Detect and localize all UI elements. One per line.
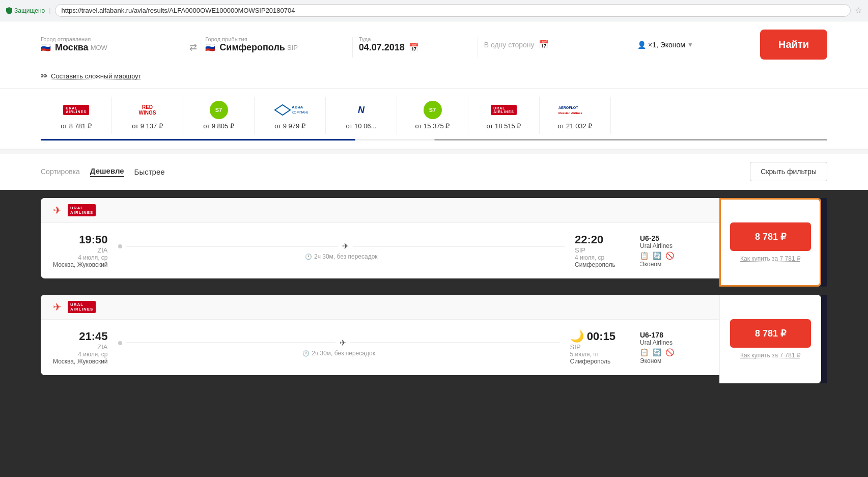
to-city[interactable]: Симферополь [219, 42, 285, 53]
airline-card-ural-1[interactable]: URALAIRLINES от 8 781 ₽ [41, 97, 112, 134]
arr-date-1: 4 июля, ср [575, 254, 615, 261]
arr-time-2: 🌙 00:15 [570, 330, 615, 343]
sidebar-indicator-1 [821, 198, 827, 287]
secure-badge: Защищено [6, 7, 45, 14]
swap-icon[interactable]: ⇄ [181, 42, 205, 53]
airline-card-redwings[interactable]: REDWINGS от 9 137 ₽ [112, 97, 183, 134]
arr-city-2: Симферополь [570, 358, 615, 365]
dep-date-2: 4 июля, ср [53, 351, 108, 358]
route-plane-icon-1: ✈ [342, 241, 349, 251]
flight-icons-2: 📋 🔄 🚫 [640, 348, 707, 356]
flight-card-1-body: 19:50 ZIA 4 июля, ср Москва, Жуковский ✈ [41, 223, 719, 278]
passengers-icon: 👤 [637, 41, 646, 49]
buy-cheaper-2[interactable]: Как купить за 7 781 ₽ [740, 352, 801, 359]
flight-card-1: ✈ URALAIRLINES 19:50 ZIA 4 июля, ср Моск… [41, 198, 827, 287]
dep-dot-1 [118, 244, 122, 248]
arr-city-1: Симферополь [575, 261, 615, 268]
arr-time-1: 22:20 [575, 233, 615, 246]
field-sep-3 [631, 37, 631, 58]
to-code: SIP [287, 44, 298, 51]
flight-info-2: 21:45 ZIA 4 июля, ср Москва, Жуковский ✈ [41, 320, 628, 375]
airline-name-2: Ural Airlines [640, 339, 707, 346]
flight-card-2-body: 21:45 ZIA 4 июля, ср Москва, Жуковский ✈ [41, 320, 719, 375]
passengers-field: 👤 ×1, Эконом ▼ [637, 41, 750, 49]
route-line-bar-3 [126, 343, 336, 343]
scroll-indicator [41, 139, 827, 141]
route-plane-icon-2: ✈ [340, 338, 346, 348]
flight-card-2-header: ✈ URALAIRLINES [41, 295, 719, 320]
svg-marker-0 [275, 105, 290, 115]
date-label: Туда [359, 36, 471, 42]
airline-logo-alrosa: АВиА КОМПАНИЯ [272, 101, 308, 119]
flight-card-1-header: ✈ URALAIRLINES [41, 198, 719, 223]
price-section-1: 8 781 ₽ Как купить за 7 781 ₽ [719, 198, 821, 287]
airlines-carousel: URALAIRLINES от 8 781 ₽ REDWINGS от 9 13… [0, 89, 868, 150]
airline-card-s7-2[interactable]: S7 от 15 375 ₽ [397, 97, 468, 134]
left-sidebar [0, 198, 41, 391]
complex-route-link[interactable]: Составить сложный маршрут [41, 72, 827, 80]
clock-icon-1: 🕐 [305, 254, 312, 260]
return-calendar-icon[interactable]: 📅 [539, 40, 549, 49]
no-transfer-icon-1: 🚫 [665, 251, 674, 260]
airline-logo-aeroflot: AEROFLOT Russian Airlines [557, 101, 593, 119]
hide-filters-button[interactable]: Скрыть фильтры [750, 162, 827, 181]
dep-airport-1: ZIA [53, 246, 108, 254]
airline-logo-ural-2: URALAIRLINES [491, 101, 517, 119]
airline-card-alrosa[interactable]: АВиА КОМПАНИЯ от 9 979 ₽ [255, 97, 326, 134]
airline-logo-nordavia: N [358, 101, 365, 119]
flight-num-2: U6-178 [640, 331, 707, 339]
airline-price-2: от 9 137 ₽ [132, 122, 163, 130]
find-button[interactable]: Найти [760, 30, 827, 60]
price-button-2[interactable]: 8 781 ₽ [730, 319, 811, 348]
airline-card-s7-1[interactable]: S7 от 9 805 ₽ [183, 97, 255, 134]
svg-text:Russian Airlines: Russian Airlines [558, 111, 582, 115]
svg-text:КОМПАНИЯ: КОМПАНИЯ [292, 110, 308, 114]
dep-city-2: Москва, Жуковский [53, 358, 108, 365]
route-line-1: ✈ [118, 241, 565, 251]
to-field: Город прибытия 🇷🇺 Симферополь SIP [205, 36, 346, 53]
calendar-icon[interactable]: 📅 [409, 43, 419, 52]
airline-price-8: от 21 032 ₽ [558, 122, 593, 130]
clock-icon-2: 🕐 [302, 350, 310, 357]
passengers-value[interactable]: 👤 ×1, Эконом ▼ [637, 41, 750, 49]
moon-icon-2: 🌙 [570, 330, 584, 343]
refresh-icon-2: 🔄 [653, 348, 661, 356]
airline-price-3: от 9 805 ₽ [203, 122, 234, 130]
browser-bar: Защищено | https://travel.alfabank.ru/av… [0, 0, 868, 21]
sort-option-cheap[interactable]: Дешевле [90, 166, 124, 177]
route-2: ✈ 🕐 2ч 30м, без пересадок [108, 338, 570, 357]
arr-date-2: 5 июля, чт [570, 351, 615, 358]
sort-option-fast[interactable]: Быстрее [134, 167, 165, 176]
flight-cards-area: ✈ URALAIRLINES 19:50 ZIA 4 июля, ср Моск… [41, 198, 827, 391]
flight-details-1: U6-25 Ural Airlines 📋 🔄 🚫 Эконом [628, 223, 719, 278]
luggage-icon-1: 📋 [640, 251, 649, 260]
luggage-icon-2: 📋 [640, 348, 649, 356]
airline-card-ural-2[interactable]: URALAIRLINES от 18 515 ₽ [468, 97, 540, 134]
plane-icon-2: ✈ [53, 301, 62, 313]
cabin-2: Эконом [640, 357, 707, 364]
airline-logo-header-1: URALAIRLINES [68, 204, 96, 216]
buy-cheaper-1[interactable]: Как купить за 7 781 ₽ [740, 255, 801, 262]
price-button-1[interactable]: 8 781 ₽ [730, 222, 811, 251]
date-value[interactable]: 04.07.2018 [359, 42, 405, 53]
from-label: Город отправления [41, 36, 181, 42]
dep-city-1: Москва, Жуковский [53, 261, 108, 268]
arr-airport-2: SIP [570, 343, 615, 351]
to-flag: 🇷🇺 [205, 43, 215, 52]
flight-details-2: U6-178 Ural Airlines 📋 🔄 🚫 Эконом [628, 320, 719, 375]
sort-filters-bar: Сортировка Дешевле Быстрее Скрыть фильтр… [0, 154, 868, 190]
svg-text:АВиА: АВиА [292, 105, 303, 109]
airline-logo-redwings: REDWINGS [139, 101, 156, 119]
price-section-2: 8 781 ₽ Как купить за 7 781 ₽ [719, 295, 821, 383]
airline-card-aeroflot[interactable]: AEROFLOT Russian Airlines от 21 032 ₽ [540, 97, 611, 134]
return-placeholder[interactable]: В одну сторону [484, 41, 535, 49]
bookmark-icon[interactable]: ☆ [855, 6, 862, 15]
cabin-1: Эконом [640, 261, 707, 268]
arr-airport-1: SIP [575, 246, 615, 254]
from-city[interactable]: Москва [55, 42, 89, 53]
url-bar[interactable]: https://travel.alfabank.ru/avia/results/… [55, 4, 851, 17]
airline-name-1: Ural Airlines [640, 242, 707, 249]
flight-info-1: 19:50 ZIA 4 июля, ср Москва, Жуковский ✈ [41, 223, 628, 278]
flight-num-1: U6-25 [640, 234, 707, 242]
airline-card-nordavia[interactable]: N от 10 06... [326, 97, 397, 134]
